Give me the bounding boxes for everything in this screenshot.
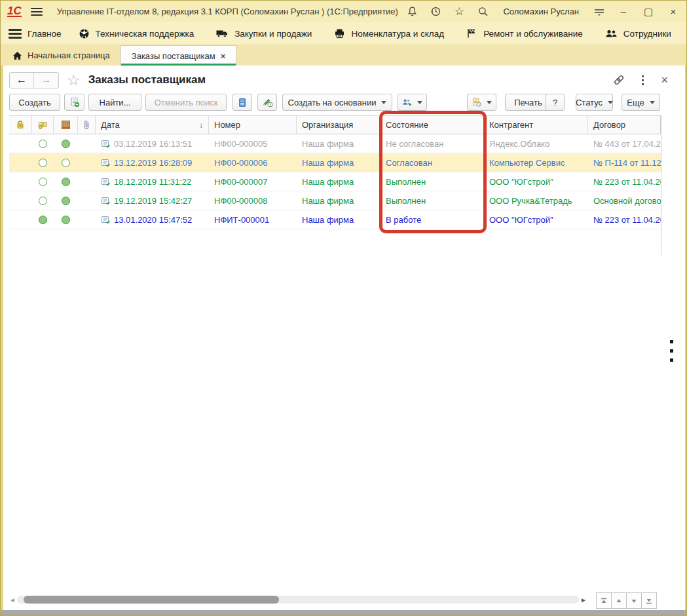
change-state-button[interactable] bbox=[257, 94, 277, 111]
col-receipt[interactable] bbox=[54, 116, 78, 134]
minimize-button[interactable]: – bbox=[617, 6, 630, 17]
sort-desc-icon: ↓ bbox=[199, 121, 203, 130]
cell-number: НФ00-000008 bbox=[209, 196, 297, 206]
lock-icon bbox=[16, 120, 25, 130]
create-based-on-label: Создать на основании bbox=[288, 98, 377, 107]
col-organization[interactable]: Организация bbox=[297, 116, 381, 134]
counterparty-actions-button[interactable] bbox=[398, 94, 427, 111]
go-prev-button[interactable] bbox=[611, 592, 627, 609]
scroll-right-icon[interactable]: ► bbox=[579, 596, 587, 604]
people-icon bbox=[605, 29, 618, 39]
col-number[interactable]: Номер bbox=[209, 116, 297, 134]
copy-document-button[interactable] bbox=[64, 94, 84, 111]
document-journal-button[interactable] bbox=[467, 94, 496, 111]
scroll-left-icon[interactable]: ◄ bbox=[9, 596, 17, 604]
splitter-grip-icon[interactable] bbox=[670, 340, 673, 362]
history-icon[interactable] bbox=[430, 6, 441, 18]
create-button[interactable]: Создать bbox=[9, 94, 60, 111]
tab-orders-to-suppliers[interactable]: Заказы поставщикам × bbox=[121, 45, 236, 66]
app-window: 1С Управление IT-отделом 8, редакция 3.1… bbox=[0, 0, 687, 616]
col-payment[interactable] bbox=[32, 116, 54, 134]
form-orders-to-suppliers: ← → ☆ Заказы поставщикам × Создать Найти… bbox=[3, 66, 685, 611]
tab-home[interactable]: Начальная страница bbox=[2, 45, 121, 66]
ball-icon bbox=[79, 28, 90, 39]
chevron-down-icon bbox=[650, 101, 655, 104]
status-circle-icon bbox=[39, 140, 47, 148]
record-nav-buttons bbox=[597, 592, 657, 609]
notifications-bell-icon[interactable] bbox=[406, 6, 418, 18]
cell-date-text: 13.12.2019 16:28:09 bbox=[114, 158, 192, 168]
add-to-favorites-star-icon[interactable]: ☆ bbox=[67, 71, 81, 89]
1c-logo-icon[interactable]: 1С bbox=[7, 6, 22, 17]
col-date[interactable]: Дата ↓ bbox=[96, 116, 209, 134]
flag-icon bbox=[466, 28, 477, 39]
section-repair-maintenance[interactable]: Ремонт и обслуживание bbox=[466, 28, 583, 39]
go-next-button[interactable] bbox=[626, 592, 642, 609]
cell-state: Не согласован bbox=[381, 139, 484, 149]
print-label: Печать bbox=[514, 98, 542, 107]
nav-forward-button[interactable]: → bbox=[34, 73, 58, 88]
tab-label: Заказы поставщикам bbox=[132, 51, 215, 61]
search-icon[interactable] bbox=[477, 6, 489, 18]
go-first-button[interactable] bbox=[596, 592, 612, 609]
help-button[interactable]: ? bbox=[546, 94, 565, 111]
chevron-down-icon bbox=[417, 101, 422, 104]
scrollbar-thumb[interactable] bbox=[24, 596, 279, 604]
col-counterparty[interactable]: Контрагент bbox=[484, 116, 588, 134]
col-attachment[interactable] bbox=[78, 116, 96, 134]
close-window-button[interactable]: × bbox=[667, 6, 680, 17]
table-row[interactable]: 13.12.2019 16:28:09 НФ00-000006 Наша фир… bbox=[9, 153, 661, 172]
section-label: Закупки и продажи bbox=[234, 29, 312, 39]
cell-date: 13.12.2019 16:28:09 bbox=[96, 158, 209, 168]
section-tech-support[interactable]: Техническая поддержка bbox=[79, 28, 195, 39]
maximize-button[interactable]: ▢ bbox=[642, 6, 655, 18]
col-lock[interactable] bbox=[9, 116, 32, 134]
cell-indicator-2 bbox=[54, 197, 78, 205]
cell-date: 03.12.2019 16:13:51 bbox=[96, 139, 209, 149]
favorites-star-icon[interactable]: ☆ bbox=[453, 6, 465, 18]
table-header-row: Дата ↓ Номер Организация Состояние Контр… bbox=[9, 115, 661, 134]
cell-date-text: 03.12.2019 16:13:51 bbox=[114, 139, 192, 149]
current-user[interactable]: Соломахин Руслан bbox=[503, 7, 579, 16]
cell-org: Наша фирма bbox=[297, 177, 381, 187]
table-right-edge bbox=[661, 115, 661, 256]
table-row[interactable]: 13.01.2020 15:47:52 НФИТ-000001 Наша фир… bbox=[9, 210, 661, 229]
table-row[interactable]: 19.12.2019 15:42:27 НФ00-000008 Наша фир… bbox=[9, 191, 661, 210]
go-last-button[interactable] bbox=[641, 592, 657, 609]
sections-menu-button[interactable]: Главное bbox=[9, 29, 62, 39]
section-employees[interactable]: Сотрудники bbox=[605, 29, 671, 39]
cell-org: Наша фирма bbox=[297, 196, 381, 206]
create-based-on-button[interactable]: Создать на основании bbox=[282, 94, 392, 111]
nav-back-button[interactable]: ← bbox=[10, 73, 34, 88]
close-form-button[interactable]: × bbox=[661, 74, 668, 86]
people-plus-icon bbox=[402, 98, 412, 107]
orders-table: Дата ↓ Номер Организация Состояние Контр… bbox=[9, 115, 661, 229]
col-state[interactable]: Состояние bbox=[381, 116, 484, 134]
window-bottom-strip bbox=[1, 610, 686, 615]
cell-date-text: 18.12.2019 11:31:22 bbox=[114, 177, 191, 187]
tab-close-icon[interactable]: × bbox=[221, 51, 226, 61]
cancel-search-button[interactable]: Отменить поиск bbox=[145, 94, 227, 111]
more-actions-icon[interactable] bbox=[642, 75, 644, 85]
col-contract[interactable]: Договор bbox=[588, 116, 661, 134]
status-circle-icon bbox=[62, 197, 70, 205]
more-button[interactable]: Еще bbox=[622, 94, 660, 111]
cell-date: 18.12.2019 11:31:22 bbox=[96, 177, 209, 187]
cell-indicator-1 bbox=[32, 178, 54, 186]
sections-panel: Главное Техническая поддержка Закупки и … bbox=[1, 22, 686, 45]
get-link-icon[interactable] bbox=[613, 74, 625, 86]
scrollbar-track[interactable] bbox=[17, 596, 579, 604]
table-row[interactable]: 18.12.2019 11:31:22 НФ00-000007 Наша фир… bbox=[9, 172, 661, 191]
cell-contract: № 223 от 11.04.20 bbox=[588, 177, 661, 187]
section-purchases-sales[interactable]: Закупки и продажи bbox=[216, 29, 312, 39]
doc-clock-icon bbox=[472, 97, 481, 107]
table-row[interactable]: 03.12.2019 16:13:51 НФ00-000005 Наша фир… bbox=[9, 134, 661, 153]
main-menu-icon[interactable] bbox=[31, 8, 43, 16]
status-button[interactable]: Статус bbox=[576, 94, 613, 111]
configure-list-button[interactable] bbox=[232, 94, 252, 111]
section-nomenclature-warehouse[interactable]: Номенклатура и склад bbox=[334, 28, 444, 39]
view-settings-icon[interactable] bbox=[593, 6, 605, 18]
find-button[interactable]: Найти... bbox=[88, 94, 141, 111]
cell-contract: № 223 от 11.04.20 bbox=[588, 215, 661, 225]
horizontal-scrollbar[interactable]: ◄ ► bbox=[9, 594, 587, 605]
